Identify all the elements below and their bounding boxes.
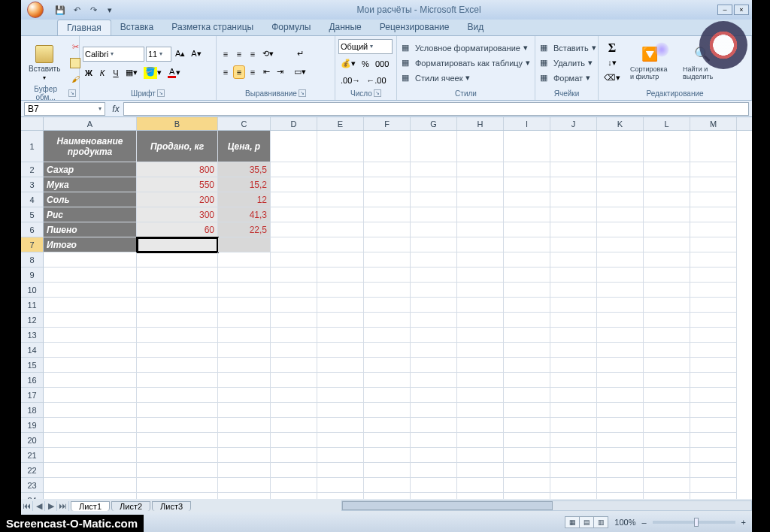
cell-B22[interactable] (137, 463, 218, 478)
cell-B20[interactable] (137, 433, 218, 448)
decrease-indent-button[interactable]: ⇤ (260, 65, 272, 79)
cell-K19[interactable] (597, 418, 644, 433)
cell-J22[interactable] (550, 463, 597, 478)
underline-button[interactable]: Ч (110, 66, 122, 80)
column-header-B[interactable]: B (137, 117, 218, 130)
cell-M20[interactable] (690, 433, 737, 448)
fx-button[interactable]: fx (108, 104, 123, 114)
cell-H16[interactable] (457, 373, 504, 388)
cell-L10[interactable] (644, 283, 690, 298)
cell-E6[interactable] (317, 222, 364, 237)
cell-I15[interactable] (504, 358, 550, 373)
cell-I1[interactable] (504, 131, 550, 162)
cell-K3[interactable] (597, 177, 644, 192)
cell-M11[interactable] (690, 298, 737, 313)
cell-L8[interactable] (644, 252, 690, 268)
cell-A1[interactable]: Наименование продукта (44, 131, 137, 162)
cell-K24[interactable] (597, 493, 644, 499)
cell-G1[interactable] (411, 131, 457, 162)
cell-A5[interactable]: Рис (44, 207, 137, 222)
row-header-8[interactable]: 8 (21, 252, 44, 268)
cell-K21[interactable] (597, 448, 644, 463)
cell-I23[interactable] (504, 478, 550, 493)
zoom-level[interactable]: 100% (614, 518, 635, 527)
cell-I22[interactable] (504, 463, 550, 478)
horizontal-scrollbar[interactable] (341, 500, 752, 511)
normal-view-button[interactable]: ▦ (565, 516, 580, 528)
align-top-button[interactable]: ≡ (220, 47, 232, 61)
cell-H13[interactable] (457, 328, 504, 343)
cell-F17[interactable] (364, 388, 411, 403)
cell-M5[interactable] (690, 207, 737, 222)
cell-A19[interactable] (44, 418, 137, 433)
cell-B3[interactable]: 550 (137, 177, 218, 192)
row-header-4[interactable]: 4 (21, 192, 44, 207)
number-dialog-launcher[interactable]: ↘ (374, 89, 381, 97)
cell-K11[interactable] (597, 298, 644, 313)
cell-C23[interactable] (218, 478, 271, 493)
cell-D6[interactable] (271, 222, 317, 237)
cell-D16[interactable] (271, 373, 317, 388)
cell-C15[interactable] (218, 358, 271, 373)
cell-H12[interactable] (457, 313, 504, 328)
cell-L11[interactable] (644, 298, 690, 313)
cell-H20[interactable] (457, 433, 504, 448)
cell-E24[interactable] (317, 493, 364, 499)
cell-B13[interactable] (137, 328, 218, 343)
cell-I2[interactable] (504, 162, 550, 177)
cell-M18[interactable] (690, 403, 737, 418)
qat-customize-icon[interactable]: ▾ (104, 4, 116, 16)
cell-F4[interactable] (364, 192, 411, 207)
cell-G16[interactable] (411, 373, 457, 388)
cell-C19[interactable] (218, 418, 271, 433)
cell-K12[interactable] (597, 313, 644, 328)
cell-D21[interactable] (271, 448, 317, 463)
zoom-slider[interactable] (653, 521, 735, 524)
cell-E11[interactable] (317, 298, 364, 313)
cell-D9[interactable] (271, 268, 317, 283)
cell-I7[interactable] (504, 237, 550, 252)
cell-E23[interactable] (317, 478, 364, 493)
cell-L16[interactable] (644, 373, 690, 388)
cell-K7[interactable] (597, 237, 644, 252)
cell-B11[interactable] (137, 298, 218, 313)
bold-button[interactable]: Ж (83, 66, 95, 80)
cell-F15[interactable] (364, 358, 411, 373)
sheet-tab-Лист2[interactable]: Лист2 (111, 501, 150, 511)
cell-H3[interactable] (457, 177, 504, 192)
row-header-20[interactable]: 20 (21, 433, 44, 448)
cell-F24[interactable] (364, 493, 411, 499)
paste-button[interactable]: Вставить ▾ (24, 44, 65, 83)
zoom-in-button[interactable]: + (741, 518, 746, 527)
cell-J24[interactable] (550, 493, 597, 499)
cell-K10[interactable] (597, 283, 644, 298)
clear-button[interactable]: ⌫▾ (602, 71, 623, 85)
cell-C12[interactable] (218, 313, 271, 328)
cell-G9[interactable] (411, 268, 457, 283)
cell-F21[interactable] (364, 448, 411, 463)
sheet-nav-next[interactable]: ▶ (45, 501, 57, 511)
row-header-1[interactable]: 1 (21, 131, 44, 162)
row-header-14[interactable]: 14 (21, 343, 44, 358)
column-header-E[interactable]: E (317, 117, 364, 130)
cell-D20[interactable] (271, 433, 317, 448)
cell-B10[interactable] (137, 283, 218, 298)
cell-B21[interactable] (137, 448, 218, 463)
cell-A18[interactable] (44, 403, 137, 418)
borders-button[interactable]: ▦▾ (123, 66, 140, 80)
cell-E10[interactable] (317, 283, 364, 298)
cell-K18[interactable] (597, 403, 644, 418)
cell-L20[interactable] (644, 433, 690, 448)
cell-E13[interactable] (317, 328, 364, 343)
cell-H2[interactable] (457, 162, 504, 177)
cell-D14[interactable] (271, 343, 317, 358)
cell-K17[interactable] (597, 388, 644, 403)
cell-G7[interactable] (411, 237, 457, 252)
cell-A24[interactable] (44, 493, 137, 499)
page-break-view-button[interactable]: ▥ (593, 516, 608, 528)
cell-A4[interactable]: Соль (44, 192, 137, 207)
cell-D23[interactable] (271, 478, 317, 493)
percent-button[interactable]: % (359, 57, 371, 71)
cell-C3[interactable]: 15,2 (218, 177, 271, 192)
cell-I6[interactable] (504, 222, 550, 237)
